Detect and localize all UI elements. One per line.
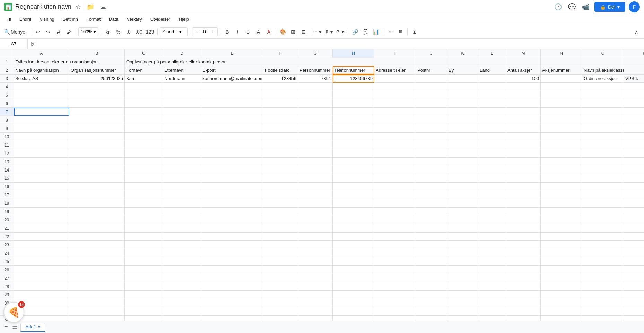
cell-B10[interactable] bbox=[69, 133, 125, 141]
row-number-19[interactable]: 19 bbox=[0, 208, 14, 216]
cell-G29[interactable] bbox=[298, 291, 333, 299]
cell-M23[interactable] bbox=[506, 241, 541, 249]
cell-N15[interactable] bbox=[541, 174, 582, 183]
cell-H2[interactable]: Telefonnummer bbox=[333, 66, 374, 75]
cell-A26[interactable] bbox=[14, 266, 69, 274]
cell-C3[interactable]: Kari bbox=[125, 75, 163, 83]
cell-O10[interactable] bbox=[582, 133, 624, 141]
cell-K21[interactable] bbox=[447, 224, 478, 233]
cell-K19[interactable] bbox=[447, 208, 478, 216]
col-header-L[interactable]: L bbox=[478, 49, 506, 58]
col-header-B[interactable]: B bbox=[69, 49, 125, 58]
cell-A25[interactable] bbox=[14, 257, 69, 266]
cell-I11[interactable] bbox=[374, 141, 416, 149]
cell-J22[interactable] bbox=[416, 233, 447, 241]
cell-H22[interactable] bbox=[333, 233, 374, 241]
cell-F3[interactable]: 123456 bbox=[263, 75, 298, 83]
cell-J29[interactable] bbox=[416, 291, 447, 299]
currency-button[interactable]: kr bbox=[103, 27, 113, 37]
cell-C7[interactable] bbox=[125, 108, 163, 116]
cell-P18[interactable] bbox=[624, 199, 644, 208]
cell-B6[interactable] bbox=[69, 99, 125, 108]
cell-F7[interactable] bbox=[263, 108, 298, 116]
cell-F2[interactable]: Fødselsdato bbox=[263, 66, 298, 75]
cell-E31[interactable] bbox=[201, 307, 263, 316]
cell-F17[interactable] bbox=[263, 191, 298, 199]
cell-D27[interactable] bbox=[163, 274, 201, 282]
cell-I9[interactable] bbox=[374, 124, 416, 133]
cell-K17[interactable] bbox=[447, 191, 478, 199]
cell-F13[interactable] bbox=[263, 158, 298, 166]
col-header-D[interactable]: D bbox=[163, 49, 201, 58]
cell-M2[interactable]: Antall aksjer bbox=[506, 66, 541, 75]
cell-M16[interactable] bbox=[506, 183, 541, 191]
cell-L16[interactable] bbox=[478, 183, 506, 191]
cell-F21[interactable] bbox=[263, 224, 298, 233]
cell-I14[interactable] bbox=[374, 166, 416, 174]
cell-D29[interactable] bbox=[163, 291, 201, 299]
cell-P9[interactable] bbox=[624, 124, 644, 133]
cell-I16[interactable] bbox=[374, 183, 416, 191]
cell-P28[interactable] bbox=[624, 282, 644, 291]
cell-O28[interactable] bbox=[582, 282, 624, 291]
cell-N1[interactable] bbox=[541, 58, 582, 66]
cell-C8[interactable] bbox=[125, 116, 163, 124]
decimal-down-button[interactable]: .0 bbox=[124, 27, 133, 37]
cell-C27[interactable] bbox=[125, 274, 163, 282]
cell-E30[interactable] bbox=[201, 299, 263, 307]
cell-I10[interactable] bbox=[374, 133, 416, 141]
cell-K29[interactable] bbox=[447, 291, 478, 299]
cell-G7[interactable] bbox=[298, 108, 333, 116]
cell-O15[interactable] bbox=[582, 174, 624, 183]
cell-E4[interactable] bbox=[201, 83, 263, 91]
cell-N25[interactable] bbox=[541, 257, 582, 266]
cell-O5[interactable] bbox=[582, 91, 624, 99]
cell-J11[interactable] bbox=[416, 141, 447, 149]
cell-D4[interactable] bbox=[163, 83, 201, 91]
menu-item-fil[interactable]: Fil bbox=[3, 15, 15, 23]
cell-C31[interactable] bbox=[125, 307, 163, 316]
cell-H17[interactable] bbox=[333, 191, 374, 199]
cell-M1[interactable] bbox=[506, 58, 541, 66]
cell-J12[interactable] bbox=[416, 149, 447, 158]
cell-N10[interactable] bbox=[541, 133, 582, 141]
cell-M14[interactable] bbox=[506, 166, 541, 174]
cell-B12[interactable] bbox=[69, 149, 125, 158]
col-header-K[interactable]: K bbox=[447, 49, 478, 58]
cell-F16[interactable] bbox=[263, 183, 298, 191]
cell-P27[interactable] bbox=[624, 274, 644, 282]
cell-B31[interactable] bbox=[69, 307, 125, 316]
cell-D22[interactable] bbox=[163, 233, 201, 241]
cell-A28[interactable] bbox=[14, 282, 69, 291]
cell-M4[interactable] bbox=[506, 83, 541, 91]
print-button[interactable]: 🖨 bbox=[54, 27, 63, 37]
cell-G14[interactable] bbox=[298, 166, 333, 174]
sum-button[interactable]: Σ bbox=[410, 27, 419, 37]
cell-H31[interactable] bbox=[333, 307, 374, 316]
menu-item-format[interactable]: Format bbox=[83, 15, 104, 23]
cell-E6[interactable] bbox=[201, 99, 263, 108]
row-number-21[interactable]: 21 bbox=[0, 224, 14, 233]
strikethrough-button[interactable]: S bbox=[243, 27, 253, 37]
cell-H32[interactable] bbox=[333, 316, 374, 321]
cell-B30[interactable] bbox=[69, 299, 125, 307]
cell-B8[interactable] bbox=[69, 116, 125, 124]
cell-B27[interactable] bbox=[69, 274, 125, 282]
cell-N23[interactable] bbox=[541, 241, 582, 249]
cell-L24[interactable] bbox=[478, 249, 506, 257]
chart-button[interactable]: 📊 bbox=[371, 27, 381, 37]
col-header-J[interactable]: J bbox=[416, 49, 447, 58]
notification-icon[interactable]: 🍕 14 bbox=[3, 302, 24, 323]
cell-O4[interactable] bbox=[582, 83, 624, 91]
cell-D19[interactable] bbox=[163, 208, 201, 216]
cell-L18[interactable] bbox=[478, 199, 506, 208]
row-number-5[interactable]: 5 bbox=[0, 91, 14, 99]
cell-P6[interactable] bbox=[624, 99, 644, 108]
cell-P8[interactable] bbox=[624, 116, 644, 124]
cell-H14[interactable] bbox=[333, 166, 374, 174]
share-button[interactable]: 🔒 Del ▾ bbox=[594, 2, 625, 12]
row-number-11[interactable]: 11 bbox=[0, 141, 14, 149]
cell-C24[interactable] bbox=[125, 249, 163, 257]
cell-P19[interactable] bbox=[624, 208, 644, 216]
cell-H10[interactable] bbox=[333, 133, 374, 141]
